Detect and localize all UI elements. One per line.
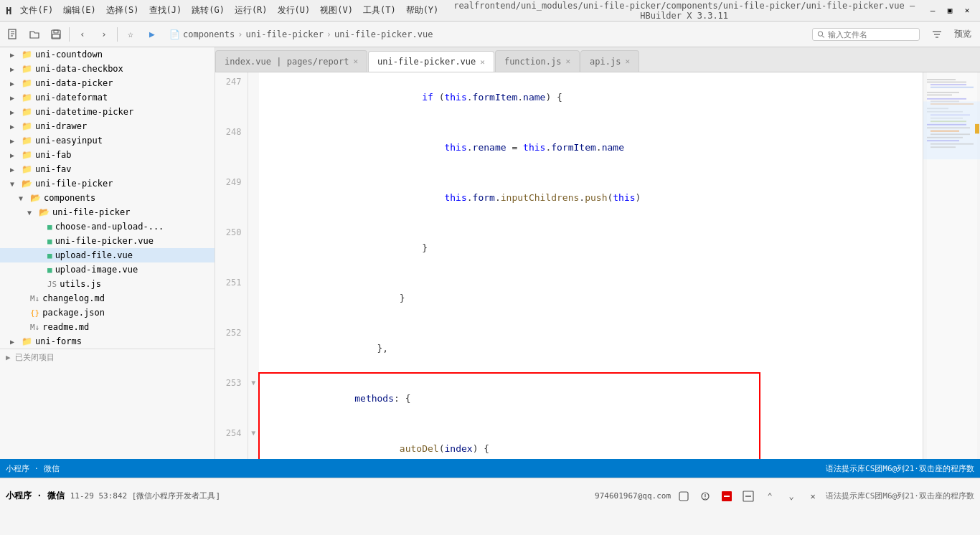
sidebar-label: upload-file.vue xyxy=(55,250,133,260)
sidebar-item-uni-forms[interactable]: ▶ 📁 uni-forms xyxy=(0,334,215,349)
table-row: 247 if (this.formItem.name) { xyxy=(215,72,923,123)
tab-close-icon[interactable]: ✕ xyxy=(353,57,358,66)
tab-close-icon[interactable]: ✕ xyxy=(625,57,630,66)
menu-select[interactable]: 选择(S) xyxy=(102,3,143,18)
sidebar-item-uni-dateformat[interactable]: ▶ 📁 uni-dateformat xyxy=(0,90,215,105)
svg-rect-17 xyxy=(927,92,959,93)
menu-view[interactable]: 视图(V) xyxy=(316,3,357,18)
sidebar-item-uni-datetime-picker[interactable]: ▶ 📁 uni-datetime-picker xyxy=(0,105,215,119)
bottom-btn-1[interactable] xyxy=(675,488,692,505)
menu-file[interactable]: 文件(F) xyxy=(16,3,57,18)
sidebar-item-uni-file-picker[interactable]: ▼ 📂 uni-file-picker xyxy=(0,176,215,191)
sidebar-item-uni-file-picker-sub[interactable]: ▼ 📂 uni-file-picker xyxy=(0,205,215,219)
fold-btn[interactable]: ▼ xyxy=(248,374,259,424)
tab-uni-file-picker[interactable]: uni-file-picker.vue ✕ xyxy=(368,51,494,72)
sidebar-label: uni-dateformat xyxy=(35,93,108,103)
sidebar-item-uni-file-picker-vue[interactable]: ■ uni-file-picker.vue xyxy=(0,234,215,248)
fold-btn[interactable] xyxy=(248,72,259,123)
menu-find[interactable]: 查找(J) xyxy=(145,3,187,18)
fold-btn[interactable] xyxy=(248,173,259,223)
fold-btn[interactable] xyxy=(248,323,259,374)
menu-publish[interactable]: 发行(U) xyxy=(273,3,315,18)
tab-function-js[interactable]: function.js ✕ xyxy=(495,50,580,72)
menu-goto[interactable]: 跳转(G) xyxy=(187,3,229,18)
sidebar-item-uni-data-checkbox[interactable]: ▶ 📁 uni-data-checkbox xyxy=(0,62,215,76)
arrow-icon: ▶ xyxy=(10,137,19,145)
menu-run[interactable]: 运行(R) xyxy=(230,3,272,18)
svg-point-7 xyxy=(818,31,822,35)
sidebar-item-utils-js[interactable]: JS utils.js xyxy=(0,277,215,291)
status-left: 小程序 · 微信 xyxy=(6,463,60,474)
minimize-button[interactable]: — xyxy=(925,4,940,18)
tab-index-vue[interactable]: index.vue | pages/report ✕ xyxy=(215,50,367,72)
sidebar-item-uni-countdown[interactable]: ▶ 📁 uni-countdown xyxy=(0,47,215,62)
close-button[interactable]: ✕ xyxy=(960,4,974,18)
toolbar-save[interactable] xyxy=(46,24,66,44)
main-container: ▶ 📁 uni-countdown ▶ 📁 uni-data-checkbox … xyxy=(0,47,980,459)
menu-tools[interactable]: 工具(T) xyxy=(359,3,400,18)
sidebar-label: utils.js xyxy=(60,279,101,289)
sidebar-item-uni-data-picker[interactable]: ▶ 📁 uni-data-picker xyxy=(0,76,215,90)
sidebar-item-uni-fab[interactable]: ▶ 📁 uni-fab xyxy=(0,148,215,162)
toolbar-preview[interactable]: 预览 xyxy=(948,24,977,44)
bottom-btn-4[interactable] xyxy=(740,488,757,505)
fold-btn[interactable] xyxy=(248,273,259,323)
folder-icon: 📁 xyxy=(22,107,32,117)
sidebar-item-uni-drawer[interactable]: ▶ 📁 uni-drawer xyxy=(0,119,215,133)
tab-close-icon[interactable]: ✕ xyxy=(480,57,485,67)
toolbar-filter[interactable] xyxy=(927,24,947,44)
sidebar-item-uni-easyinput[interactable]: ▶ 📁 uni-easyinput xyxy=(0,133,215,148)
line-number: 252 xyxy=(215,323,248,374)
code-content: } xyxy=(259,273,923,323)
sidebar-item-upload-image-vue[interactable]: ■ upload-image.vue xyxy=(0,262,215,277)
toolbar: ‹ › ☆ ▶ 📄 components › uni-file-picker ›… xyxy=(0,22,980,47)
table-row: 248 this.rename = this.formItem.name xyxy=(215,123,923,173)
tab-close-icon[interactable]: ✕ xyxy=(565,57,570,66)
toolbar-bookmark[interactable]: ☆ xyxy=(121,24,141,44)
menu-edit[interactable]: 编辑(E) xyxy=(59,3,100,18)
chevron-down-icon[interactable]: ⌄ xyxy=(783,488,800,505)
line-number: 248 xyxy=(215,123,248,173)
code-editor[interactable]: 247 if (this.formItem.name) { 248 xyxy=(215,72,923,459)
svg-rect-30 xyxy=(930,131,959,132)
toolbar-new-file[interactable] xyxy=(3,24,23,44)
search-box[interactable] xyxy=(812,28,920,41)
line-number: 250 xyxy=(215,223,248,273)
js-file-icon: JS xyxy=(47,280,57,289)
toolbar-forward[interactable]: › xyxy=(94,24,114,44)
maximize-button[interactable]: ▣ xyxy=(943,4,957,18)
code-content: if (this.formItem.name) { xyxy=(259,72,923,123)
fold-btn[interactable] xyxy=(248,123,259,173)
bottom-close-btn[interactable]: ✕ xyxy=(804,488,821,505)
bottom-left: 小程序 · 微信 11-29 53:842 [微信小程序开发者工具] xyxy=(6,490,220,502)
code-minimap-container: 247 if (this.formItem.name) { 248 xyxy=(215,72,980,459)
chevron-up-icon[interactable]: ⌃ xyxy=(761,488,778,505)
menu-help[interactable]: 帮助(Y) xyxy=(402,3,443,18)
sidebar-item-upload-file-vue[interactable]: ■ upload-file.vue xyxy=(0,248,215,262)
tab-api-js[interactable]: api.js ✕ xyxy=(580,50,639,72)
folder-icon: 📂 xyxy=(39,207,50,217)
sidebar-item-components[interactable]: ▼ 📂 components xyxy=(0,191,215,205)
sidebar-item-choose-upload[interactable]: ■ choose-and-upload-... xyxy=(0,219,215,234)
search-input[interactable] xyxy=(828,30,915,39)
sidebar-label: package.json xyxy=(42,308,105,318)
folder-icon: 📁 xyxy=(22,78,32,88)
bottom-btn-2[interactable] xyxy=(697,488,714,505)
sidebar-item-package-json[interactable]: {} package.json xyxy=(0,306,215,320)
fold-btn[interactable] xyxy=(248,223,259,273)
sidebar-item-changelog[interactable]: M↓ changelog.md xyxy=(0,291,215,306)
toolbar-back[interactable]: ‹ xyxy=(72,24,93,44)
svg-rect-15 xyxy=(930,84,966,85)
toolbar-run[interactable]: ▶ xyxy=(142,24,162,44)
svg-rect-35 xyxy=(930,146,956,148)
closed-projects[interactable]: ▶ 已关闭项目 xyxy=(0,349,215,366)
sidebar-item-uni-fav[interactable]: ▶ 📁 uni-fav xyxy=(0,162,215,176)
tab-label: uni-file-picker.vue xyxy=(377,57,476,67)
sidebar-label: uni-fab xyxy=(35,150,72,160)
svg-rect-33 xyxy=(927,140,959,141)
toolbar-open[interactable] xyxy=(24,24,44,44)
bottom-btn-3[interactable] xyxy=(718,488,735,505)
arrow-icon: ▶ xyxy=(10,94,19,102)
fold-btn[interactable]: ▼ xyxy=(248,424,259,459)
sidebar-item-readme[interactable]: M↓ readme.md xyxy=(0,320,215,334)
